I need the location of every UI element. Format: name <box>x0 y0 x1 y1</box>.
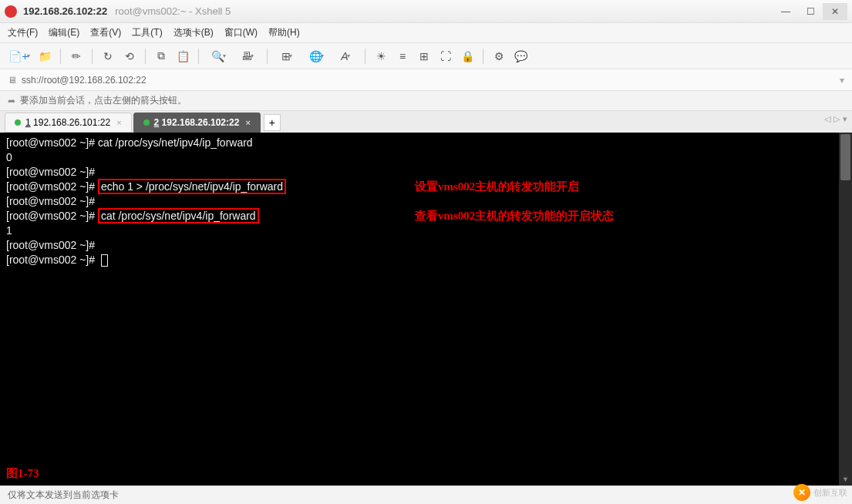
annotation-text: 设置vms002主机的转发功能开启 <box>415 180 579 194</box>
terminal-line: [root@vms002 ~]# <box>6 194 846 209</box>
menu-edit[interactable]: 编辑(E) <box>49 26 79 39</box>
new-session-button[interactable]: 📄+▾ <box>6 47 32 66</box>
annotation-text: 查看vms002主机的转发功能的开启状态 <box>415 209 614 223</box>
tab-close-icon[interactable]: × <box>116 118 121 127</box>
vertical-scrollbar[interactable]: ▲ ▼ <box>839 133 852 486</box>
close-button[interactable]: ✕ <box>823 3 847 20</box>
scroll-thumb[interactable] <box>840 134 850 180</box>
address-url: ssh://root@192.168.26.102:22 <box>22 75 146 86</box>
hint-arrow-icon[interactable]: ➦ <box>8 96 15 106</box>
disconnect-button[interactable]: ⟲ <box>120 47 139 66</box>
encoding-button[interactable]: 🌐▾ <box>303 47 329 66</box>
print-button[interactable]: 🖶▾ <box>234 47 261 66</box>
terminal-line: [root@vms002 ~]# <box>6 165 846 180</box>
terminal-line: [root@vms002 ~]# <box>6 253 846 267</box>
terminal-line: 1 <box>6 223 846 238</box>
hint-text: 要添加当前会话，点击左侧的箭头按钮。 <box>20 94 187 107</box>
search-button[interactable]: 🔍▾ <box>205 47 231 66</box>
window-title-sub: root@vms002:~ - Xshell 5 <box>115 5 231 17</box>
figure-label: 图1-73 <box>6 466 39 481</box>
terminal-line: [root@vms002 ~]# <box>6 238 846 253</box>
watermark: ✕ 创新互联 <box>793 484 847 501</box>
paste-button[interactable]: 📋 <box>173 47 192 66</box>
add-tab-button[interactable]: + <box>264 114 281 131</box>
toolbar: 📄+▾ 📁 ✏ ↻ ⟲ ⧉ 📋 🔍▾ 🖶▾ ⊞▾ 🌐▾ A▾ ☀ ≡ ⊞ ⛶ 🔒… <box>0 43 852 69</box>
highlight-button[interactable]: ☀ <box>372 47 390 66</box>
tab-nav: ◁ ▷ ▾ <box>824 114 847 124</box>
menu-tools[interactable]: 工具(T) <box>132 26 162 39</box>
copy-button[interactable]: ⧉ <box>152 47 170 66</box>
hint-bar: ➦ 要添加当前会话，点击左侧的箭头按钮。 <box>0 91 852 111</box>
title-bar: 192.168.26.102:22 root@vms002:~ - Xshell… <box>0 0 852 23</box>
menu-view[interactable]: 查看(V) <box>90 26 121 39</box>
status-text: 仅将文本发送到当前选项卡 <box>8 489 119 502</box>
tab-menu-icon[interactable]: ▾ <box>843 114 847 124</box>
status-dot-icon <box>143 119 150 126</box>
settings-button[interactable]: ⚙ <box>490 47 508 66</box>
menu-bar: 文件(F) 编辑(E) 查看(V) 工具(T) 选项卡(B) 窗口(W) 帮助(… <box>0 23 852 43</box>
address-dropdown-icon[interactable]: ▾ <box>840 75 844 86</box>
tab-session-2[interactable]: 2 192.168.26.102:22 × <box>133 113 261 133</box>
grid-button[interactable]: ⊞ <box>415 47 433 66</box>
tab-close-icon[interactable]: × <box>245 118 250 127</box>
terminal-pane[interactable]: [root@vms002 ~]# cat /proc/sys/net/ipv4/… <box>0 133 852 486</box>
reconnect-button[interactable]: ↻ <box>99 47 117 66</box>
open-button[interactable]: 📁 <box>35 47 54 66</box>
terminal-line: [root@vms002 ~]# echo 1 > /proc/sys/net/… <box>6 180 846 194</box>
fullscreen-button[interactable]: ⛶ <box>436 47 455 66</box>
tab-prev-icon[interactable]: ◁ <box>824 114 830 124</box>
watermark-logo-icon: ✕ <box>793 484 810 501</box>
menu-help[interactable]: 帮助(H) <box>268 26 300 39</box>
edit-button[interactable]: ✏ <box>67 47 86 66</box>
layout-button[interactable]: ⊞▾ <box>274 47 300 66</box>
menu-window[interactable]: 窗口(W) <box>224 26 258 39</box>
lock-button[interactable]: 🔒 <box>458 47 477 66</box>
tab-bar: 1 192.168.26.101:22 × 2 192.168.26.102:2… <box>0 111 852 133</box>
status-bar: 仅将文本发送到当前选项卡 <box>0 486 852 504</box>
minimize-button[interactable]: — <box>773 3 798 20</box>
font-button[interactable]: A▾ <box>332 47 359 66</box>
app-icon <box>5 5 17 18</box>
maximize-button[interactable]: ☐ <box>798 3 823 20</box>
terminal-line: [root@vms002 ~]# cat /proc/sys/net/ipv4/… <box>6 209 846 223</box>
menu-file[interactable]: 文件(F) <box>8 26 38 39</box>
watermark-text: 创新互联 <box>813 487 847 499</box>
tab-session-1[interactable]: 1 192.168.26.101:22 × <box>5 113 132 133</box>
address-bar[interactable]: 🖥 ssh://root@192.168.26.102:22 ▾ <box>0 69 852 91</box>
chat-button[interactable]: 💬 <box>511 47 530 66</box>
status-dot-icon <box>15 119 21 126</box>
menu-tabs[interactable]: 选项卡(B) <box>173 26 214 39</box>
tab-next-icon[interactable]: ▷ <box>833 114 840 124</box>
window-title-main: 192.168.26.102:22 <box>23 5 107 17</box>
columns-button[interactable]: ≡ <box>393 47 412 66</box>
protocol-icon: 🖥 <box>8 75 17 86</box>
terminal-line: [root@vms002 ~]# cat /proc/sys/net/ipv4/… <box>6 136 846 150</box>
terminal-line: 0 <box>6 150 846 165</box>
